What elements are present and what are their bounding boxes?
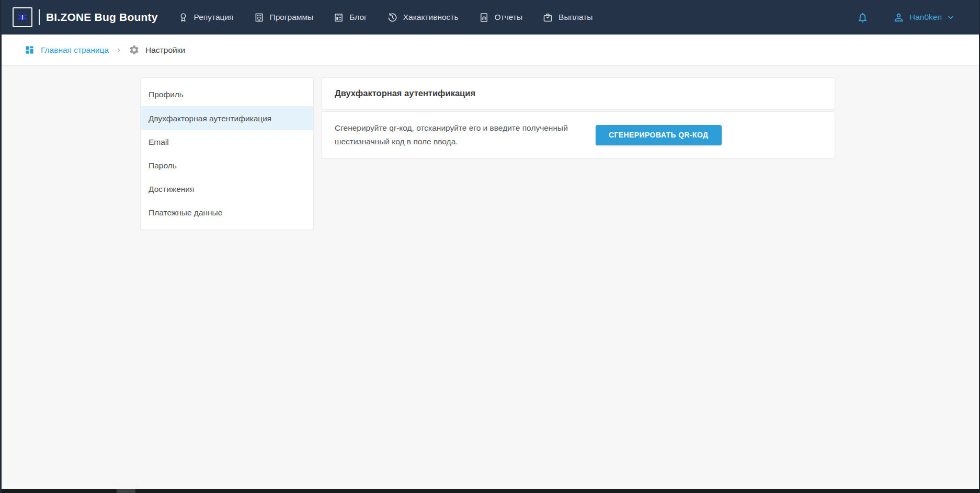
menu-label: Хакактивность (403, 13, 459, 22)
medal-icon (178, 12, 189, 23)
two-factor-panel: Двухфакторная аутентификация Сгенерируйт… (322, 77, 835, 158)
main-menu: Репутация Программы Блог (178, 12, 857, 23)
settings-nav-item-payment-details[interactable]: Платежные данные (141, 201, 313, 224)
settings-nav-item-2fa[interactable]: Двухфакторная аутентификация (141, 107, 313, 130)
breadcrumb-current: Настройки (129, 44, 185, 55)
panel-body: Сгенерируйте qr-код, отсканируйте его и … (322, 111, 835, 158)
breadcrumb-current-label: Настройки (145, 45, 185, 55)
menu-item-programs[interactable]: Программы (254, 12, 314, 23)
menu-item-hacktivity[interactable]: Хакактивность (387, 12, 459, 23)
menu-label: Репутация (194, 13, 234, 22)
breadcrumb: Главная страница › Настройки (0, 35, 980, 66)
menu-label: Программы (270, 13, 314, 22)
menu-item-payouts[interactable]: Выплаты (542, 12, 592, 23)
history-icon (387, 12, 398, 23)
top-navbar: BI.ZONE Bug Bounty Репутация Программы (0, 0, 980, 35)
menu-label: Блог (349, 13, 367, 22)
bell-icon (857, 12, 869, 24)
panel-header: Двухфакторная аутентификация (322, 77, 835, 109)
newspaper-icon (333, 12, 344, 23)
bug-icon (16, 11, 29, 24)
brand-separator (39, 9, 40, 25)
brand-title: BI.ZONE Bug Bounty (46, 11, 158, 24)
settings-nav-item-profile[interactable]: Профиль (141, 83, 313, 107)
notifications-button[interactable] (857, 12, 869, 24)
settings-nav-item-password[interactable]: Пароль (141, 154, 313, 177)
menu-label: Выплаты (559, 13, 592, 22)
menu-item-blog[interactable]: Блог (333, 12, 367, 23)
settings-page: Профиль Двухфакторная аутентификация Ema… (0, 66, 980, 230)
generate-qr-button[interactable]: СГЕНЕРИРОВАТЬ QR-КОД (596, 125, 722, 145)
username: Han0ken (909, 13, 942, 22)
user-menu[interactable]: Han0ken (893, 12, 955, 24)
horizontal-scrollbar[interactable] (0, 489, 980, 493)
person-icon (893, 12, 905, 24)
navbar-right: Han0ken (857, 12, 955, 24)
settings-nav-item-email[interactable]: Email (141, 130, 313, 154)
payout-icon (542, 12, 553, 23)
panel-title: Двухфакторная аутентификация (335, 88, 475, 98)
breadcrumb-home-link[interactable]: Главная страница (25, 45, 109, 55)
dashboard-icon (25, 45, 35, 55)
brand[interactable]: BI.ZONE Bug Bounty (13, 7, 158, 27)
settings-nav: Профиль Двухфакторная аутентификация Ema… (140, 77, 314, 230)
breadcrumb-separator: › (115, 45, 122, 55)
gear-icon (129, 44, 140, 55)
chevron-down-icon (947, 13, 955, 21)
panel-description: Сгенерируйте qr-код, отсканируйте его и … (335, 121, 573, 148)
scrollbar-thumb[interactable] (117, 489, 135, 493)
menu-label: Отчеты (495, 13, 523, 22)
menu-item-reports[interactable]: Отчеты (478, 12, 523, 23)
breadcrumb-home-label: Главная страница (41, 45, 109, 55)
settings-nav-item-achievements[interactable]: Достижения (141, 177, 313, 201)
report-icon (478, 12, 489, 23)
bizone-logo (13, 7, 32, 27)
menu-item-reputation[interactable]: Репутация (178, 12, 234, 23)
window-left-edge (0, 0, 2, 493)
building-icon (254, 12, 265, 23)
